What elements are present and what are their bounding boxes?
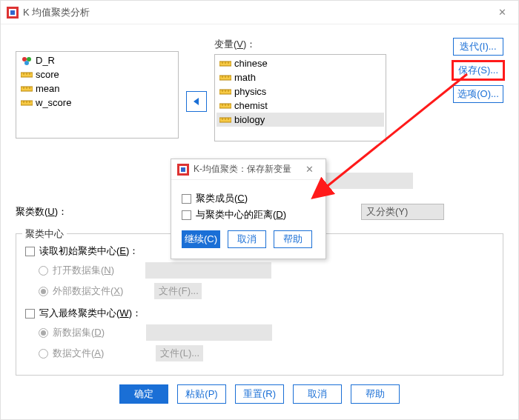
variable-name: chemist [234, 100, 268, 111]
app-icon [177, 164, 189, 176]
write-final-checkbox-row[interactable]: 写入最终聚类中心(W)： [25, 307, 494, 320]
svg-point-4 [27, 57, 31, 61]
checkbox-icon [182, 210, 191, 220]
membership-checkbox[interactable]: 聚类成员(C) [182, 192, 315, 205]
source-variable-list[interactable]: D_Rscoremeanw_score [16, 51, 179, 139]
cluster-count-label: 聚类数(U)： [16, 205, 67, 219]
list-item[interactable]: math [216, 70, 384, 84]
variable-name: chinese [234, 58, 268, 69]
continue-button[interactable]: 继续(C) [182, 230, 220, 248]
titlebar: K 均值聚类分析 ✕ [1, 1, 518, 24]
iterate-button[interactable]: 迭代(I)... [453, 38, 503, 56]
list-item[interactable]: chinese [216, 56, 384, 70]
svg-marker-18 [194, 98, 199, 105]
file-button-f: 文件(F)... [154, 283, 202, 299]
list-item[interactable]: score [18, 67, 176, 81]
options-button[interactable]: 选项(O)... [453, 85, 503, 103]
save-dialog: K-均值聚类：保存新变量 ✕ 聚类成员(C) 与聚类中心的距离(D) 继续(C)… [171, 159, 326, 259]
arrow-left-icon [191, 96, 202, 107]
external-file-radio: 外部数据文件(X) 文件(F)... [39, 283, 494, 299]
new-dataset-radio: 新数据集(D) [39, 324, 494, 341]
svg-point-5 [24, 61, 29, 65]
file-button-l: 文件(L)... [156, 345, 203, 361]
save-dialog-close-icon[interactable]: ✕ [300, 161, 320, 178]
save-dialog-title: K-均值聚类：保存新变量 [194, 163, 300, 176]
variable-name: w_score [36, 97, 71, 108]
target-variable-list[interactable]: chinesemathphysicschemistbiology [214, 54, 386, 141]
list-item[interactable]: biology [216, 113, 384, 127]
variable-name: D_R [36, 55, 55, 66]
save-dialog-body: 聚类成员(C) 与聚类中心的距离(D) 继续(C) 取消 帮助 [171, 180, 325, 259]
move-variable-button[interactable] [186, 91, 207, 112]
open-dataset-input [145, 262, 271, 279]
variable-name: biology [234, 114, 265, 125]
paste-button[interactable]: 粘贴(P) [177, 384, 226, 404]
list-item[interactable]: physics [216, 84, 384, 99]
list-item[interactable]: chemist [216, 99, 384, 113]
variable-name: score [36, 69, 59, 80]
data-file-radio: 数据文件(A) 文件(L)... [39, 345, 494, 361]
modal-cancel-button[interactable]: 取消 [228, 230, 266, 248]
svg-rect-2 [10, 10, 15, 15]
open-dataset-radio: 打开数据集(N) [39, 262, 494, 279]
checkbox-icon [25, 309, 35, 319]
modal-help-button[interactable]: 帮助 [274, 230, 312, 248]
save-button[interactable]: 保存(S)... [453, 61, 503, 79]
radio-icon [39, 287, 48, 296]
window-close-icon[interactable]: ✕ [492, 4, 512, 21]
radio-icon [39, 266, 48, 276]
save-dialog-buttons: 继续(C) 取消 帮助 [182, 230, 315, 248]
cluster-center-legend: 聚类中心 [22, 227, 67, 241]
help-button[interactable]: 帮助 [351, 384, 400, 404]
checkbox-icon [25, 247, 35, 256]
save-dialog-titlebar: K-均值聚类：保存新变量 ✕ [171, 159, 325, 180]
list-item[interactable]: D_R [18, 53, 176, 67]
bottom-button-bar: 确定 粘贴(P) 重置(R) 取消 帮助 [16, 384, 503, 404]
variable-name: physics [234, 86, 266, 97]
ok-button[interactable]: 确定 [119, 384, 168, 404]
radio-icon [39, 328, 48, 338]
variable-name: math [234, 72, 256, 83]
radio-icon [39, 349, 48, 359]
variable-name: mean [36, 83, 60, 94]
svg-rect-41 [181, 167, 185, 172]
svg-point-3 [22, 57, 27, 61]
list-item[interactable]: w_score [18, 96, 176, 110]
window-title: K 均值聚类分析 [23, 6, 492, 19]
new-dataset-input [146, 324, 272, 341]
list-item[interactable]: mean [18, 81, 176, 96]
cancel-button[interactable]: 取消 [293, 384, 342, 404]
app-icon [7, 7, 19, 19]
checkbox-icon [182, 194, 191, 204]
distance-checkbox[interactable]: 与聚类中心的距离(D) [182, 208, 315, 221]
method-button[interactable]: 又分类(Y) [361, 204, 444, 220]
variables-label: 变量(V)： [214, 38, 386, 51]
reset-button[interactable]: 重置(R) [235, 384, 284, 404]
